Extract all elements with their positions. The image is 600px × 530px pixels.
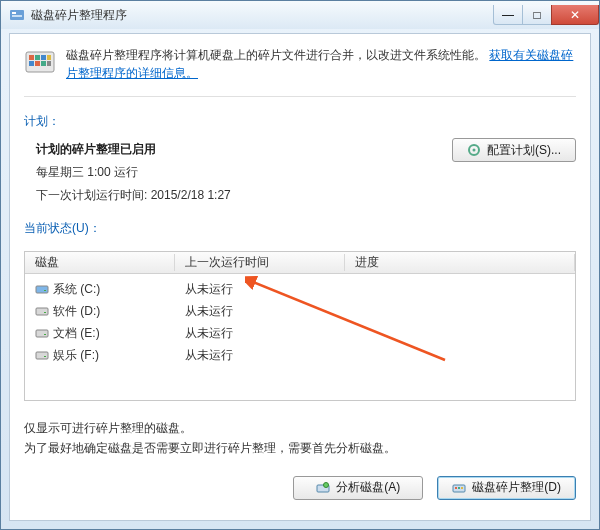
window-title: 磁盘碎片整理程序 xyxy=(31,7,494,24)
svg-rect-17 xyxy=(44,312,46,313)
configure-plan-label: 配置计划(S)... xyxy=(487,142,561,159)
plan-title: 计划的碎片整理已启用 xyxy=(36,138,452,161)
col-header-disk[interactable]: 磁盘 xyxy=(25,254,175,271)
table-header: 磁盘 上一次运行时间 进度 xyxy=(25,252,575,274)
svg-point-24 xyxy=(324,482,329,487)
svg-rect-16 xyxy=(36,308,48,315)
maximize-button[interactable]: □ xyxy=(522,5,552,25)
cell-disk: 软件 (D:) xyxy=(25,303,175,320)
svg-rect-10 xyxy=(41,61,46,66)
svg-rect-20 xyxy=(36,352,48,359)
cell-disk: 娱乐 (F:) xyxy=(25,347,175,364)
titlebar[interactable]: 磁盘碎片整理程序 — □ ✕ xyxy=(1,1,599,29)
svg-rect-15 xyxy=(44,290,46,291)
app-icon xyxy=(9,7,25,23)
table-body: 系统 (C:)从未运行软件 (D:)从未运行文档 (E:)从未运行娱乐 (F:)… xyxy=(25,274,575,370)
svg-rect-9 xyxy=(35,61,40,66)
svg-rect-4 xyxy=(29,55,34,60)
disk-icon xyxy=(35,304,49,318)
window-frame: 磁盘碎片整理程序 — □ ✕ 磁盘碎片整理程序将计算机硬盘上的碎片文件进行合并，… xyxy=(0,0,600,530)
cell-disk: 系统 (C:) xyxy=(25,281,175,298)
disk-name: 系统 (C:) xyxy=(53,281,100,298)
defrag-label: 磁盘碎片整理(D) xyxy=(472,479,561,496)
info-banner: 磁盘碎片整理程序将计算机硬盘上的碎片文件进行合并，以改进文件系统性能。 获取有关… xyxy=(24,46,576,97)
svg-rect-26 xyxy=(455,487,457,489)
svg-rect-8 xyxy=(29,61,34,66)
disk-name: 软件 (D:) xyxy=(53,303,100,320)
svg-rect-28 xyxy=(461,487,463,489)
svg-rect-11 xyxy=(47,61,51,66)
disk-icon xyxy=(35,282,49,296)
svg-point-13 xyxy=(473,149,476,152)
plan-row: 计划的碎片整理已启用 每星期三 1:00 运行 下一次计划运行时间: 2015/… xyxy=(24,138,576,206)
footnote-line2: 为了最好地确定磁盘是否需要立即进行碎片整理，需要首先分析磁盘。 xyxy=(24,439,576,458)
analyze-button[interactable]: 分析磁盘(A) xyxy=(293,476,423,500)
svg-rect-6 xyxy=(41,55,46,60)
disk-icon xyxy=(35,348,49,362)
footnote: 仅显示可进行碎片整理的磁盘。 为了最好地确定磁盘是否需要立即进行碎片整理，需要首… xyxy=(24,419,576,457)
analyze-label: 分析磁盘(A) xyxy=(336,479,400,496)
close-button[interactable]: ✕ xyxy=(551,5,599,25)
disk-icon xyxy=(35,326,49,340)
gear-icon xyxy=(467,143,481,157)
defrag-btn-icon xyxy=(452,481,466,495)
svg-rect-21 xyxy=(44,356,46,357)
svg-rect-5 xyxy=(35,55,40,60)
window-buttons: — □ ✕ xyxy=(494,5,599,25)
analyze-icon xyxy=(316,481,330,495)
table-row[interactable]: 娱乐 (F:)从未运行 xyxy=(25,344,575,366)
plan-next: 下一次计划运行时间: 2015/2/18 1:27 xyxy=(36,184,452,207)
svg-rect-7 xyxy=(47,55,51,60)
plan-section-label: 计划： xyxy=(24,113,576,130)
cell-last: 从未运行 xyxy=(175,281,345,298)
defrag-icon xyxy=(24,46,56,78)
cell-last: 从未运行 xyxy=(175,347,345,364)
banner-description: 磁盘碎片整理程序将计算机硬盘上的碎片文件进行合并，以改进文件系统性能。 xyxy=(66,48,486,62)
cell-last: 从未运行 xyxy=(175,303,345,320)
disk-name: 娱乐 (F:) xyxy=(53,347,99,364)
col-header-last[interactable]: 上一次运行时间 xyxy=(175,254,345,271)
disk-table: 磁盘 上一次运行时间 进度 系统 (C:)从未运行软件 (D:)从未运行文档 (… xyxy=(24,251,576,401)
minimize-button[interactable]: — xyxy=(493,5,523,25)
svg-rect-18 xyxy=(36,330,48,337)
svg-rect-2 xyxy=(12,15,22,17)
col-header-progress[interactable]: 进度 xyxy=(345,254,575,271)
table-row[interactable]: 软件 (D:)从未运行 xyxy=(25,300,575,322)
svg-rect-27 xyxy=(458,487,460,489)
disk-name: 文档 (E:) xyxy=(53,325,100,342)
cell-disk: 文档 (E:) xyxy=(25,325,175,342)
footnote-line1: 仅显示可进行碎片整理的磁盘。 xyxy=(24,419,576,438)
defrag-button[interactable]: 磁盘碎片整理(D) xyxy=(437,476,576,500)
table-row[interactable]: 系统 (C:)从未运行 xyxy=(25,278,575,300)
configure-plan-button[interactable]: 配置计划(S)... xyxy=(452,138,576,162)
table-row[interactable]: 文档 (E:)从未运行 xyxy=(25,322,575,344)
banner-text: 磁盘碎片整理程序将计算机硬盘上的碎片文件进行合并，以改进文件系统性能。 获取有关… xyxy=(66,46,576,82)
status-section-label: 当前状态(U)： xyxy=(24,220,576,237)
svg-rect-14 xyxy=(36,286,48,293)
cell-last: 从未运行 xyxy=(175,325,345,342)
plan-details: 计划的碎片整理已启用 每星期三 1:00 运行 下一次计划运行时间: 2015/… xyxy=(24,138,452,206)
content-pane: 磁盘碎片整理程序将计算机硬盘上的碎片文件进行合并，以改进文件系统性能。 获取有关… xyxy=(9,33,591,521)
svg-rect-1 xyxy=(12,12,16,14)
footer-buttons: 分析磁盘(A) 磁盘碎片整理(D) xyxy=(24,476,576,500)
svg-rect-19 xyxy=(44,334,46,335)
plan-schedule: 每星期三 1:00 运行 xyxy=(36,161,452,184)
